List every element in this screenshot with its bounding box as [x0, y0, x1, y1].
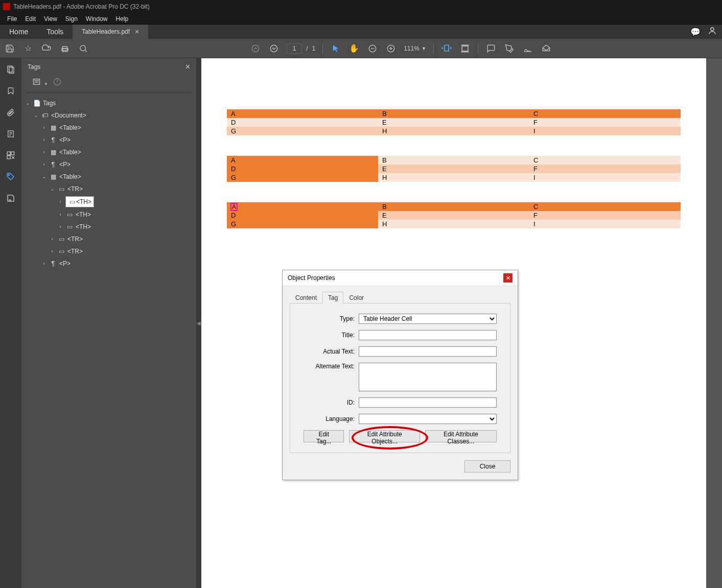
table-cell: B: [378, 109, 529, 118]
caret-right-icon[interactable]: ›: [41, 159, 47, 170]
zoom-out-icon[interactable]: [367, 43, 378, 54]
panel-options-icon[interactable]: ▼: [33, 78, 48, 87]
svg-line-3: [85, 50, 86, 52]
menu-edit[interactable]: Edit: [21, 14, 40, 23]
comment-icon[interactable]: [485, 43, 497, 54]
pan-hand-icon[interactable]: ✋: [348, 43, 360, 54]
caret-down-icon[interactable]: ⌄: [33, 110, 39, 121]
caret-right-icon[interactable]: ›: [57, 209, 63, 220]
edit-tag-button[interactable]: Edit Tag...: [304, 430, 344, 442]
tree-table[interactable]: ›▦<Table>: [41, 122, 193, 134]
tree-th[interactable]: ›▭<TH>: [57, 221, 193, 233]
table-cell: F: [529, 211, 681, 220]
cell-icon: ▭: [65, 209, 74, 220]
dialog-tab-tag[interactable]: Tag: [322, 292, 343, 303]
caret-right-icon[interactable]: ›: [57, 222, 63, 232]
zoom-level[interactable]: 111% ▼: [404, 45, 426, 52]
actual-text-input[interactable]: [359, 346, 497, 357]
print-icon[interactable]: [59, 43, 71, 54]
row-icon: ▭: [57, 246, 65, 256]
caret-right-icon[interactable]: ›: [49, 234, 55, 244]
thumbnails-icon[interactable]: [6, 64, 16, 75]
page-up-icon[interactable]: [250, 43, 261, 54]
tree-th[interactable]: ›▭<TH>: [57, 208, 193, 221]
svg-point-4: [252, 45, 259, 52]
star-icon[interactable]: ☆: [22, 43, 34, 54]
caret-right-icon[interactable]: ›: [41, 135, 47, 145]
dialog-close-button[interactable]: ✕: [503, 273, 513, 283]
table-cell: G: [227, 127, 378, 135]
svg-point-28: [9, 200, 11, 201]
zoom-dropdown-icon[interactable]: ▼: [422, 46, 426, 51]
label-actual: Actual Text:: [304, 348, 355, 355]
tab-home[interactable]: Home: [0, 25, 37, 39]
tree-table[interactable]: ›▦<Table>: [41, 146, 193, 158]
table-cell: F: [529, 164, 681, 173]
zoom-in-icon[interactable]: [385, 43, 397, 54]
caret-right-icon[interactable]: ›: [49, 246, 55, 256]
alt-text-input[interactable]: [359, 363, 497, 391]
highlight-icon[interactable]: [504, 43, 515, 54]
save-icon[interactable]: [4, 43, 15, 54]
sign-in-icon[interactable]: [708, 26, 717, 37]
edit-attribute-classes-button[interactable]: Edit Attribute Classes...: [425, 430, 497, 442]
tab-document[interactable]: TableHeaders.pdf ×: [73, 25, 148, 39]
notifications-icon[interactable]: 💬: [690, 27, 701, 37]
cloud-sync-icon[interactable]: [41, 43, 52, 54]
attachments-icon[interactable]: [6, 107, 16, 117]
svg-rect-23: [11, 152, 14, 155]
content-icon[interactable]: [6, 129, 16, 139]
tags-panel-close-icon[interactable]: ×: [185, 62, 190, 72]
close-button[interactable]: Close: [464, 460, 510, 473]
caret-right-icon[interactable]: ›: [41, 258, 47, 269]
table-cell: D: [227, 164, 378, 173]
caret-right-icon[interactable]: ›: [41, 147, 47, 157]
tab-tools[interactable]: Tools: [37, 25, 73, 39]
menu-window[interactable]: Window: [82, 14, 112, 23]
tree-tr[interactable]: ⌄▭<TR>: [49, 183, 193, 195]
table-cell: D: [227, 118, 378, 127]
menu-sign[interactable]: Sign: [61, 14, 82, 23]
panel-info-icon[interactable]: [53, 78, 61, 87]
caret-down-icon[interactable]: ⌄: [41, 172, 47, 182]
bookmarks-icon[interactable]: [6, 86, 16, 96]
tree-tr[interactable]: ›▭<TR>: [49, 233, 193, 245]
menu-help[interactable]: Help: [112, 14, 133, 23]
tree-root[interactable]: ⌄ 📄 Tags: [25, 97, 193, 109]
tree-p[interactable]: ›¶<P>: [41, 257, 193, 270]
page-down-icon[interactable]: [268, 43, 280, 54]
tree-document[interactable]: ⌄ 🏷 <Document>: [33, 109, 193, 122]
menu-file[interactable]: File: [3, 14, 21, 23]
svg-rect-12: [462, 46, 468, 51]
caret-right-icon[interactable]: ›: [57, 197, 63, 207]
sign-icon[interactable]: [522, 43, 533, 54]
tree-table[interactable]: ⌄▦<Table>: [41, 171, 193, 183]
tree-p[interactable]: ›¶<P>: [41, 158, 193, 171]
order-icon[interactable]: [6, 150, 16, 160]
stamp-icon[interactable]: [541, 43, 552, 54]
page-current-input[interactable]: [287, 43, 302, 54]
fit-page-icon[interactable]: [459, 43, 471, 54]
type-select[interactable]: Table Header Cell: [359, 314, 497, 324]
tree-th-selected[interactable]: › ▭<TH>: [57, 195, 193, 208]
edit-attribute-objects-button[interactable]: Edit Attribute Objects...: [349, 430, 420, 442]
accessibility-icon[interactable]: [6, 193, 16, 203]
tab-row: Home Tools TableHeaders.pdf × 💬: [0, 25, 722, 39]
dialog-tab-content[interactable]: Content: [290, 292, 322, 303]
id-input[interactable]: [359, 397, 497, 408]
tags-rail-icon[interactable]: [6, 172, 16, 182]
tree-tr[interactable]: ›▭<TR>: [49, 245, 193, 257]
arrow-cursor-icon[interactable]: [330, 43, 341, 54]
tree-p[interactable]: ›¶<P>: [41, 134, 193, 146]
tab-document-close-icon[interactable]: ×: [135, 28, 139, 36]
caret-right-icon[interactable]: ›: [41, 123, 47, 133]
caret-down-icon[interactable]: ⌄: [49, 184, 55, 194]
language-select[interactable]: [359, 414, 497, 424]
caret-down-icon[interactable]: ⌄: [25, 98, 31, 108]
search-icon[interactable]: [78, 43, 89, 54]
panel-collapse-handle[interactable]: ◀: [196, 58, 201, 588]
menu-view[interactable]: View: [40, 14, 61, 23]
fit-width-icon[interactable]: [441, 43, 452, 54]
title-input[interactable]: [359, 330, 497, 340]
dialog-tab-color[interactable]: Color: [343, 292, 369, 303]
